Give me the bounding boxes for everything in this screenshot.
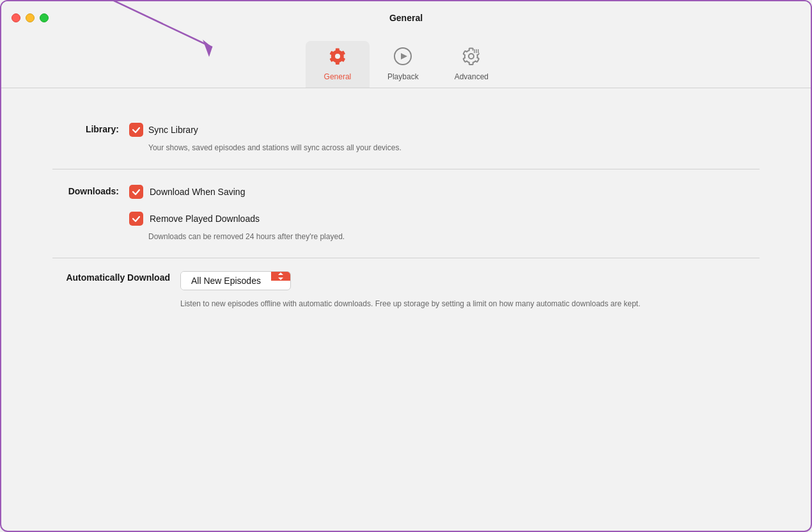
library-content: Sync Library Your shows, saved episodes … <box>129 123 760 153</box>
remove-played-downloads-label: Remove Played Downloads <box>150 214 260 224</box>
library-label: Library: <box>52 123 129 134</box>
downloads-content: Download When Saving Remove Played Downl… <box>129 185 760 242</box>
tab-playback-label: Playback <box>387 72 419 81</box>
advanced-icon <box>461 46 481 70</box>
tab-playback[interactable]: Playback <box>370 41 437 88</box>
maximize-button[interactable] <box>40 13 49 22</box>
sync-library-row: Sync Library <box>129 123 760 137</box>
svg-marker-5 <box>203 40 212 57</box>
content-area: Library: Sync Library Your shows, sa <box>1 88 811 341</box>
sync-library-label: Sync Library <box>148 125 198 135</box>
download-when-saving-item: Download When Saving <box>129 185 760 204</box>
svg-line-4 <box>91 0 212 47</box>
download-when-saving-checkbox[interactable] <box>129 185 143 199</box>
tab-general[interactable]: General <box>306 41 370 88</box>
remove-played-downloads-item: Remove Played Downloads Downloads can be… <box>129 212 760 242</box>
minimize-button[interactable] <box>26 13 35 22</box>
playback-icon <box>393 46 413 70</box>
downloads-section: Downloads: Download When Saving <box>52 169 760 258</box>
auto-download-value: All New Episodes <box>181 272 271 290</box>
download-when-saving-label: Download When Saving <box>150 187 245 197</box>
tab-advanced[interactable]: Advanced <box>437 41 506 88</box>
general-gear-icon <box>327 46 348 70</box>
auto-download-label: Automatically Download <box>52 271 180 283</box>
auto-download-description: Listen to new episodes offline with auto… <box>180 298 660 309</box>
auto-download-content: All New Episodes Listen to new episodes … <box>180 271 760 309</box>
sync-library-checkbox-item: Sync Library <box>129 123 198 137</box>
traffic-lights <box>12 13 49 22</box>
auto-download-row: Automatically Download All New Episodes … <box>52 271 760 309</box>
select-arrow-icon <box>271 272 290 281</box>
library-row: Library: Sync Library Your shows, sa <box>52 123 760 153</box>
svg-point-0 <box>335 54 340 59</box>
remove-played-downloads-checkbox[interactable] <box>129 212 143 226</box>
auto-download-select[interactable]: All New Episodes <box>180 271 291 290</box>
svg-marker-2 <box>401 53 407 59</box>
library-section: Library: Sync Library Your shows, sa <box>52 107 760 169</box>
download-when-saving-row: Download When Saving <box>129 185 760 199</box>
downloads-label: Downloads: <box>52 185 129 196</box>
remove-played-downloads-helper: Downloads can be removed 24 hours after … <box>148 231 760 242</box>
remove-played-downloads-row: Remove Played Downloads <box>129 212 760 226</box>
close-button[interactable] <box>12 13 20 22</box>
window-title: General <box>389 13 423 23</box>
tab-general-label: General <box>324 72 352 81</box>
app-window: General General Playback <box>0 0 812 532</box>
sync-library-helper: Your shows, saved episodes and stations … <box>148 142 760 153</box>
auto-download-section: Automatically Download All New Episodes … <box>52 258 760 322</box>
downloads-row: Downloads: Download When Saving <box>52 185 760 242</box>
tab-advanced-label: Advanced <box>455 72 488 81</box>
sync-library-checkbox[interactable] <box>129 123 143 137</box>
